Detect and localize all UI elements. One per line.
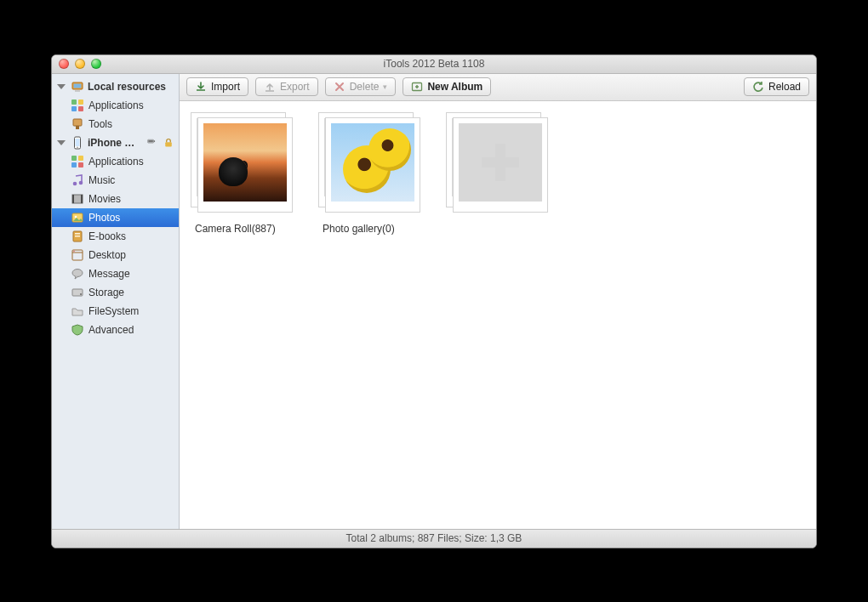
svg-rect-1 [74,83,82,88]
svg-rect-4 [78,99,83,105]
svg-point-11 [77,146,78,148]
chevron-down-icon [57,140,66,145]
sidebar-item-label: Message [89,268,130,280]
button-label: Import [211,81,240,93]
export-icon [264,81,276,93]
iphone-icon [71,136,84,150]
svg-rect-14 [154,140,155,142]
svg-point-21 [79,180,83,185]
sidebar-item-ebooks[interactable]: E-books [52,227,179,246]
svg-rect-5 [71,106,77,111]
import-icon [195,81,207,93]
svg-rect-13 [148,139,153,142]
svg-point-34 [80,293,82,295]
svg-point-26 [75,215,77,218]
sidebar-group-iphone[interactable]: iPhone de... [52,133,179,152]
battery-icon [145,136,158,150]
svg-rect-10 [76,139,80,146]
svg-rect-8 [76,126,79,129]
sidebar-item-local-applications[interactable]: Applications [52,96,179,115]
minimize-button[interactable] [75,59,85,69]
button-label: Delete [350,81,380,93]
folder-icon [71,304,84,318]
movies-icon [71,192,84,206]
delete-icon [334,81,345,93]
book-icon [71,230,84,243]
shield-icon [71,323,84,337]
sidebar-item-applications[interactable]: Applications [52,152,179,171]
sidebar-item-local-tools[interactable]: Tools [52,115,179,133]
sidebar-item-storage[interactable]: Storage [52,283,179,302]
titlebar: iTools 2012 Beta 1108 [52,55,816,74]
sidebar-group-local[interactable]: Local resources [52,77,179,96]
status-text: Total 2 albums; 887 Files; Size: 1,3 GB [346,532,523,544]
window-title: iTools 2012 Beta 1108 [52,58,816,70]
tools-icon [71,117,84,131]
new-album-icon [411,81,423,93]
svg-rect-7 [73,119,82,126]
lock-icon [162,136,175,150]
album-thumbnail [194,114,296,216]
sidebar-group-label: iPhone de... [88,137,139,149]
apps-icon [71,99,84,112]
album-camera-roll[interactable]: Camera Roll(887) [190,114,300,235]
svg-rect-17 [78,156,83,161]
sidebar-item-music[interactable]: Music [52,171,179,190]
album-label: Camera Roll(887) [190,223,276,235]
svg-rect-15 [165,142,172,146]
sidebar-item-desktop[interactable]: Desktop [52,246,179,264]
svg-rect-19 [78,162,83,168]
apps-icon [71,155,84,168]
import-button[interactable]: Import [186,77,248,96]
svg-rect-16 [71,156,77,161]
album-grid: Camera Roll(887) Photo gallery(0) [180,101,816,529]
svg-point-31 [73,250,75,252]
svg-rect-28 [75,233,80,235]
desktop-icon [71,248,84,262]
svg-rect-6 [78,106,83,111]
storage-icon [71,286,84,299]
svg-rect-3 [71,99,77,105]
sidebar-item-filesystem[interactable]: FileSystem [52,302,179,321]
export-button[interactable]: Export [255,77,318,96]
album-new[interactable] [445,114,556,216]
album-label: Photo gallery(0) [317,223,395,235]
sidebar-item-label: Photos [89,212,120,224]
svg-rect-29 [75,236,80,237]
sidebar-item-label: Storage [89,287,124,298]
svg-point-32 [72,269,83,276]
sidebar-item-label: Desktop [89,249,126,261]
svg-point-20 [73,181,77,185]
sidebar-item-label: Applications [89,99,144,111]
sidebar-item-label: FileSystem [89,305,139,317]
sidebar-item-photos[interactable]: Photos [52,208,179,227]
sidebar-item-message[interactable]: Message [52,264,179,283]
svg-rect-2 [75,90,80,92]
sidebar-item-label: Tools [89,118,112,130]
sidebar-item-label: E-books [89,230,126,242]
svg-rect-23 [72,195,74,203]
delete-button[interactable]: Delete ▾ [325,77,397,96]
sidebar-item-movies[interactable]: Movies [52,190,179,208]
zoom-button[interactable] [91,59,101,69]
reload-icon [752,81,764,93]
app-window: iTools 2012 Beta 1108 Local resources Ap… [51,54,817,548]
new-album-button[interactable]: New Album [403,77,491,96]
button-label: New Album [427,81,483,93]
sidebar-item-label: Movies [89,193,121,205]
message-icon [71,267,84,281]
chevron-down-icon: ▾ [383,82,387,91]
sidebar-item-advanced[interactable]: Advanced [52,321,179,339]
photos-icon [71,211,84,224]
traffic-lights [52,59,101,69]
sidebar-item-label: Music [89,174,115,186]
toolbar: Import Export Delete ▾ [180,74,816,101]
svg-rect-24 [81,195,83,203]
svg-rect-18 [71,162,77,168]
album-photo-gallery[interactable]: Photo gallery(0) [317,114,428,235]
button-label: Export [280,81,310,93]
close-button[interactable] [59,59,69,69]
sidebar-item-label: Advanced [89,324,134,336]
reload-button[interactable]: Reload [744,77,809,96]
button-label: Reload [768,81,801,93]
